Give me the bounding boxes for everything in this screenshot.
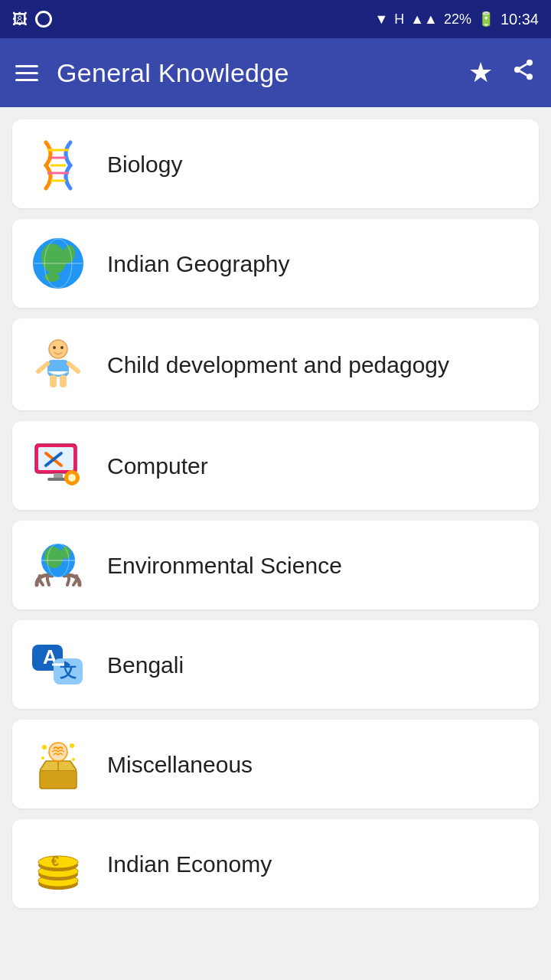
svg-point-18	[49, 340, 67, 358]
svg-rect-34	[70, 470, 73, 473]
circle-indicator	[35, 11, 52, 28]
child-development-label: Child development and pedagogy	[107, 350, 449, 380]
svg-point-1	[514, 67, 520, 73]
svg-line-4	[520, 64, 527, 68]
svg-rect-49	[40, 770, 77, 789]
biology-icon	[28, 133, 89, 194]
svg-line-3	[520, 71, 527, 75]
svg-rect-30	[54, 473, 63, 478]
svg-point-53	[70, 743, 74, 748]
status-bar-right: ▼ H ▲▲ 22% 🔋 10:34	[374, 11, 539, 28]
svg-text:€: €	[51, 854, 59, 869]
globe-icon	[28, 233, 89, 294]
svg-rect-24	[50, 375, 57, 387]
bengali-label: Bengali	[107, 650, 184, 680]
wifi-icon: ▼	[374, 11, 388, 28]
list-item-indian-geography[interactable]: Indian Geography	[12, 219, 539, 308]
list-item-environmental-science[interactable]: Environmental Science	[12, 521, 539, 609]
computer-icon	[28, 435, 89, 496]
economy-icon: €	[28, 833, 89, 894]
content-list: Biology Indian Geography	[0, 107, 551, 920]
app-bar: General Knowledge ★	[0, 38, 551, 107]
status-bar-left: 🖼	[12, 11, 52, 28]
list-item-indian-economy[interactable]: € Indian Economy	[12, 819, 539, 908]
svg-rect-36	[64, 476, 67, 479]
list-item-child-development[interactable]: Child development and pedagogy	[12, 318, 539, 410]
misc-icon	[28, 733, 89, 795]
photo-icon: 🖼	[12, 11, 28, 28]
svg-point-2	[527, 74, 533, 80]
svg-point-54	[41, 756, 44, 760]
env-icon	[28, 534, 89, 596]
svg-point-55	[72, 758, 75, 761]
status-bar: 🖼 ▼ H ▲▲ 22% 🔋 10:34	[0, 0, 551, 38]
svg-rect-37	[77, 476, 80, 479]
svg-rect-25	[60, 375, 67, 387]
indian-geography-label: Indian Geography	[107, 249, 290, 279]
svg-point-33	[68, 474, 76, 482]
svg-point-52	[42, 745, 47, 750]
share-button[interactable]	[511, 57, 536, 88]
svg-line-22	[38, 364, 47, 371]
page-title: General Knowledge	[57, 58, 450, 88]
svg-line-23	[69, 364, 78, 371]
star-button[interactable]: ★	[468, 57, 493, 89]
computer-label: Computer	[107, 451, 208, 481]
miscellaneous-label: Miscellaneous	[107, 750, 253, 779]
list-item-miscellaneous[interactable]: Miscellaneous	[12, 720, 539, 808]
svg-rect-35	[70, 482, 73, 485]
indian-economy-label: Indian Economy	[107, 849, 272, 879]
menu-button[interactable]	[15, 65, 38, 81]
env-science-label: Environmental Science	[107, 550, 342, 580]
svg-point-19	[53, 346, 56, 349]
signal-icon: ▲▲	[410, 11, 438, 28]
translate-icon: A 文	[28, 634, 89, 695]
biology-label: Biology	[107, 149, 182, 179]
list-item-biology[interactable]: Biology	[12, 119, 539, 208]
battery-text: 22%	[444, 11, 471, 28]
svg-point-0	[527, 60, 533, 66]
child-icon	[28, 334, 89, 395]
svg-point-20	[60, 346, 64, 349]
battery-icon: 🔋	[478, 11, 494, 28]
list-item-computer[interactable]: Computer	[12, 421, 539, 510]
time-text: 10:34	[500, 11, 539, 28]
network-h-icon: H	[394, 11, 404, 28]
list-item-bengali[interactable]: A 文 Bengali	[12, 620, 539, 709]
